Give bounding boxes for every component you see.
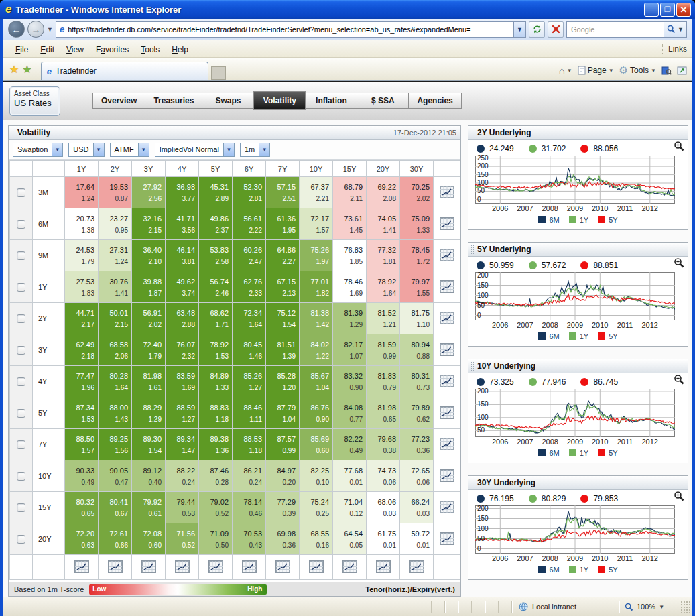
row-chart-button[interactable]: [440, 312, 454, 324]
row-checkbox[interactable]: [17, 503, 25, 512]
menu-item-file[interactable]: File: [9, 43, 34, 56]
drag-grip-icon[interactable]: [11, 128, 14, 137]
row-chart-button[interactable]: [440, 438, 454, 450]
tab-treasuries[interactable]: Treasuries: [145, 93, 202, 109]
row-checkbox[interactable]: [17, 440, 25, 449]
address-field[interactable]: e https://tradefinder.db.com/service/tra…: [56, 21, 526, 38]
filter-select-atmf[interactable]: ATMF▼: [110, 143, 149, 157]
row-chart-button[interactable]: [440, 375, 454, 387]
zoom-in-icon[interactable]: [674, 491, 684, 504]
row-checkbox[interactable]: [17, 409, 25, 418]
tab-volatility[interactable]: Volatility: [253, 91, 306, 110]
menu-item-help[interactable]: Help: [166, 43, 194, 56]
new-tab-stub[interactable]: [211, 66, 226, 80]
filter-select-1m[interactable]: 1m▼: [240, 143, 270, 157]
row-checkbox[interactable]: [17, 535, 25, 544]
filter-select-impliedvol-normal[interactable]: ImpliedVol Normal▼: [155, 143, 235, 157]
page-menu-button[interactable]: Page▼: [578, 66, 614, 75]
menu-item-view[interactable]: View: [60, 43, 90, 56]
matrix-cell: 80.310.73: [400, 366, 434, 397]
maximize-button[interactable]: ❐: [660, 3, 675, 17]
column-chart-button[interactable]: [342, 560, 357, 573]
open-new-window-button[interactable]: [677, 66, 687, 75]
menu-item-edit[interactable]: Edit: [34, 43, 60, 56]
drag-grip-icon[interactable]: [470, 128, 474, 137]
row-checkbox[interactable]: [17, 188, 25, 197]
row-checkbox[interactable]: [17, 377, 25, 386]
row-checkbox[interactable]: [17, 314, 25, 323]
dashboard: Volatility 17-Dec-2012 21:05 Swaption▼US…: [3, 120, 692, 597]
matrix-cell: 85.690.60: [300, 429, 333, 460]
column-chart-button[interactable]: [376, 560, 391, 573]
zoom-in-icon[interactable]: [674, 141, 684, 154]
chart-series-legend: 6M1Y5Y: [472, 214, 684, 225]
legend-value-6m: 73.325: [477, 377, 514, 387]
tab-swaps[interactable]: Swaps: [202, 93, 254, 109]
column-chart-button[interactable]: [175, 560, 190, 573]
column-chart-button[interactable]: [309, 560, 324, 573]
filter-select-swaption[interactable]: Swaption▼: [13, 143, 63, 157]
drag-grip-icon[interactable]: [470, 245, 474, 254]
tools-menu-button[interactable]: ⚙Tools▼: [619, 64, 656, 76]
search-input[interactable]: Google ▼: [566, 21, 687, 38]
column-chart-button[interactable]: [275, 560, 290, 573]
cell-value: 81.51: [266, 341, 296, 349]
search-button[interactable]: ▼: [664, 22, 686, 37]
filter-select-usd[interactable]: USD▼: [68, 143, 104, 157]
row-chart-button[interactable]: [440, 343, 454, 356]
home-button[interactable]: ⌂▼: [559, 65, 572, 76]
forward-button[interactable]: →: [27, 21, 44, 38]
row-checkbox[interactable]: [17, 220, 25, 229]
row-checkbox[interactable]: [17, 346, 25, 355]
resize-grip[interactable]: [680, 601, 690, 613]
zoom-control[interactable]: 100% ▼: [619, 601, 680, 613]
history-dropdown-icon[interactable]: ▼: [47, 26, 53, 33]
asset-class-selector[interactable]: Asset Class US Rates: [9, 86, 60, 116]
stop-button[interactable]: [548, 21, 564, 38]
row-chart-button[interactable]: [440, 249, 454, 261]
close-button[interactable]: ✕: [676, 3, 691, 17]
cell-value: 39.88: [132, 278, 162, 286]
cell-value: 80.41: [99, 498, 128, 507]
tab-ssa[interactable]: $ SSA: [357, 93, 409, 109]
column-chart-button[interactable]: [74, 560, 89, 573]
row-chart-button[interactable]: [440, 217, 454, 230]
column-chart-button[interactable]: [242, 560, 257, 573]
minimize-button[interactable]: _: [644, 3, 659, 17]
matrix-cell: 36.402.10: [132, 240, 166, 271]
research-button[interactable]: [661, 66, 672, 75]
browser-tab-tradefinder[interactable]: e Tradefinder: [41, 62, 208, 80]
refresh-button[interactable]: [529, 21, 545, 38]
add-favorite-icon[interactable]: ★: [22, 63, 31, 76]
favorites-star-icon[interactable]: ★: [9, 63, 19, 76]
row-chart-button[interactable]: [440, 501, 454, 513]
row-chart-cell: [434, 271, 460, 303]
row-chart-button[interactable]: [440, 406, 454, 419]
url-dropdown-icon[interactable]: ▼: [513, 22, 525, 37]
row-checkbox[interactable]: [17, 283, 25, 292]
row-chart-button[interactable]: [440, 469, 454, 482]
column-chart-button[interactable]: [208, 560, 223, 573]
row-checkbox[interactable]: [17, 472, 25, 481]
links-toolbar[interactable]: Links: [662, 44, 692, 54]
zoom-in-icon[interactable]: [674, 257, 684, 271]
row-chart-button[interactable]: [440, 186, 454, 198]
drag-grip-icon[interactable]: [470, 478, 474, 487]
back-button[interactable]: ←: [8, 21, 25, 38]
row-checkbox[interactable]: [17, 251, 25, 260]
menu-item-favorites[interactable]: Favorites: [90, 43, 135, 56]
column-chart-button[interactable]: [141, 560, 156, 573]
tab-agencies[interactable]: Agencies: [408, 93, 461, 109]
column-chart-button[interactable]: [108, 560, 123, 573]
zoom-in-icon[interactable]: [674, 374, 684, 387]
menu-item-tools[interactable]: Tools: [135, 43, 166, 56]
tab-inflation[interactable]: Inflation: [305, 93, 357, 109]
matrix-cell: 76.831.85: [333, 240, 367, 271]
column-chart-button[interactable]: [409, 560, 424, 573]
legend-value-5y: 88.056: [580, 144, 618, 153]
row-chart-button[interactable]: [440, 532, 454, 545]
app-nav-strip: Asset Class US Rates OverviewTreasuriesS…: [3, 81, 692, 120]
tab-overview[interactable]: Overview: [92, 93, 145, 109]
drag-grip-icon[interactable]: [470, 361, 474, 371]
row-chart-button[interactable]: [440, 280, 454, 293]
